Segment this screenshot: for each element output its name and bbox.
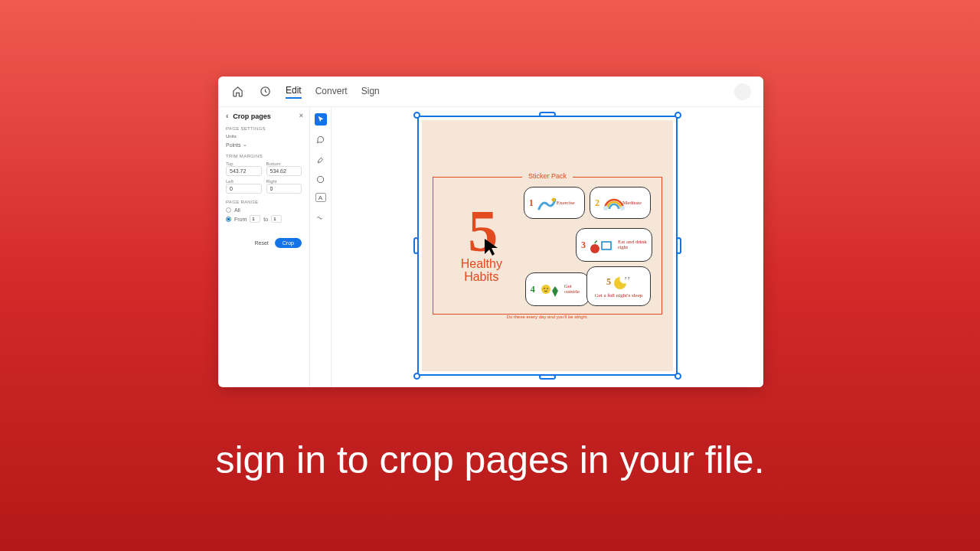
margin-right-input[interactable] <box>266 184 302 194</box>
chevron-down-icon: ⌄ <box>243 142 247 148</box>
video-caption: sign in to crop pages in your file. <box>0 438 980 482</box>
range-from-input[interactable] <box>250 215 260 223</box>
tab-edit[interactable]: Edit <box>286 85 302 99</box>
reset-button[interactable]: Reset <box>255 238 269 248</box>
home-icon[interactable] <box>230 85 244 99</box>
tool-rail: A <box>310 107 332 387</box>
crop-handle-top[interactable] <box>539 112 556 117</box>
comment-tool-icon[interactable] <box>315 133 327 145</box>
units-select[interactable]: Points ⌄ <box>226 142 247 148</box>
crop-handle-bl[interactable] <box>413 373 420 380</box>
avatar[interactable] <box>734 83 751 100</box>
crop-selection[interactable]: Sticker Pack Do these every day and you'… <box>417 116 678 376</box>
section-page-range: PAGE RANGE <box>226 200 302 204</box>
signature-tool-icon[interactable] <box>315 210 327 222</box>
margin-left-input[interactable] <box>226 184 262 194</box>
topbar: Edit Convert Sign <box>218 77 763 107</box>
close-icon[interactable]: × <box>299 112 303 119</box>
workspace: ‹ Crop pages × PAGE SETTINGS Units Point… <box>218 107 763 387</box>
radio-icon <box>226 207 231 213</box>
crop-handle-left[interactable] <box>413 237 419 254</box>
canvas-area[interactable]: Sticker Pack Do these every day and you'… <box>332 107 763 387</box>
svg-point-1 <box>317 176 323 182</box>
draw-tool-icon[interactable] <box>315 173 327 185</box>
radio-all[interactable]: All <box>226 207 302 213</box>
cursor-icon <box>483 237 500 260</box>
units-label: Units <box>226 134 302 139</box>
panel-title: Crop pages <box>233 112 271 120</box>
margin-bottom-input[interactable] <box>266 166 302 176</box>
crop-handle-bottom[interactable] <box>539 374 556 380</box>
app-window: Edit Convert Sign ‹ Crop pages × PAGE SE… <box>218 77 763 387</box>
panel-header: ‹ Crop pages × <box>226 112 302 120</box>
section-page-settings: PAGE SETTINGS <box>226 126 302 131</box>
tab-convert[interactable]: Convert <box>315 86 348 98</box>
radio-from[interactable]: From to <box>226 215 302 223</box>
highlight-tool-icon[interactable] <box>315 153 327 165</box>
section-trim-margins: TRIM MARGINS <box>226 154 302 158</box>
crop-button[interactable]: Crop <box>275 238 302 248</box>
recent-icon[interactable] <box>258 85 272 99</box>
text-tool-icon[interactable]: A <box>315 193 326 202</box>
crop-handle-tl[interactable] <box>413 112 420 119</box>
select-tool-icon[interactable] <box>315 113 327 126</box>
back-chevron-icon[interactable]: ‹ <box>226 112 228 120</box>
radio-icon-selected <box>226 217 231 222</box>
range-to-input[interactable] <box>271 215 282 223</box>
crop-handle-tr[interactable] <box>675 112 681 119</box>
crop-panel: ‹ Crop pages × PAGE SETTINGS Units Point… <box>218 107 310 387</box>
crop-handle-right[interactable] <box>676 237 681 254</box>
margin-top-input[interactable] <box>226 166 262 176</box>
crop-border <box>417 116 678 376</box>
crop-handle-br[interactable] <box>675 373 681 380</box>
tab-sign[interactable]: Sign <box>361 86 380 98</box>
